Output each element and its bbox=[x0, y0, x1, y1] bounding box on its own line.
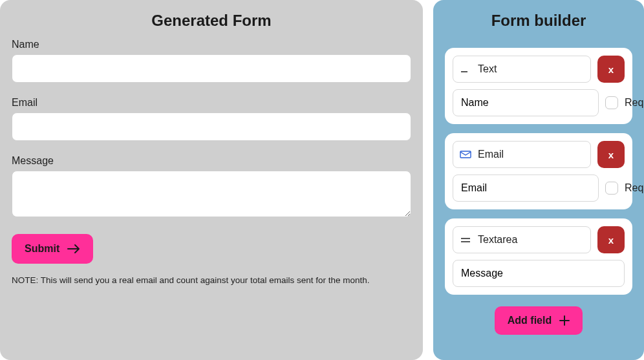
textarea-type-icon bbox=[460, 236, 471, 244]
add-field-label: Add field bbox=[508, 315, 552, 326]
required-label: Required bbox=[625, 97, 644, 109]
add-field-button[interactable]: Add field bbox=[495, 306, 583, 335]
svg-rect-3 bbox=[461, 241, 470, 242]
required-checkbox[interactable] bbox=[605, 182, 618, 195]
delete-field-button[interactable]: x bbox=[597, 226, 625, 253]
arrow-right-icon bbox=[67, 244, 80, 254]
submit-button-label: Submit bbox=[25, 243, 59, 255]
field-type-select[interactable]: Email bbox=[453, 141, 591, 168]
field-type-label: Email bbox=[478, 149, 504, 160]
builder-card: Text x Required bbox=[445, 48, 632, 124]
form-field-label: Email bbox=[12, 97, 411, 109]
required-checkbox[interactable] bbox=[605, 96, 618, 109]
required-label: Required bbox=[625, 182, 644, 194]
builder-card: Email x Required bbox=[445, 133, 632, 209]
text-type-icon bbox=[460, 65, 471, 73]
field-label-input[interactable] bbox=[453, 260, 625, 287]
field-type-label: Text bbox=[478, 63, 497, 75]
builder-card: Textarea x bbox=[445, 218, 632, 295]
generated-form-panel: Generated Form Name Email Message Submit… bbox=[0, 0, 423, 360]
form-field-message: Message bbox=[12, 155, 411, 217]
field-label-input[interactable] bbox=[453, 175, 599, 202]
submit-button[interactable]: Submit bbox=[12, 234, 93, 264]
form-field-label: Message bbox=[12, 155, 411, 167]
delete-field-button[interactable]: x bbox=[597, 141, 625, 168]
field-type-label: Textarea bbox=[478, 234, 517, 246]
form-builder-title: Form builder bbox=[445, 12, 632, 30]
svg-rect-0 bbox=[461, 71, 467, 72]
form-field-email: Email bbox=[12, 97, 411, 141]
email-input[interactable] bbox=[12, 112, 411, 141]
delete-field-button[interactable]: x bbox=[597, 56, 625, 83]
email-type-icon bbox=[460, 151, 471, 158]
field-type-select[interactable]: Text bbox=[453, 56, 591, 83]
name-input[interactable] bbox=[12, 54, 411, 83]
field-type-select[interactable]: Textarea bbox=[453, 226, 591, 253]
generated-form-title: Generated Form bbox=[12, 12, 411, 30]
form-field-name: Name bbox=[12, 39, 411, 83]
message-textarea[interactable] bbox=[12, 171, 411, 217]
field-label-input[interactable] bbox=[453, 89, 599, 116]
plus-icon bbox=[559, 315, 570, 326]
svg-rect-2 bbox=[461, 238, 470, 239]
note-text: NOTE: This will send you a real email an… bbox=[12, 275, 411, 285]
form-builder-panel: Form builder Text x Required bbox=[433, 0, 644, 360]
svg-rect-1 bbox=[460, 151, 471, 158]
form-field-label: Name bbox=[12, 39, 411, 50]
